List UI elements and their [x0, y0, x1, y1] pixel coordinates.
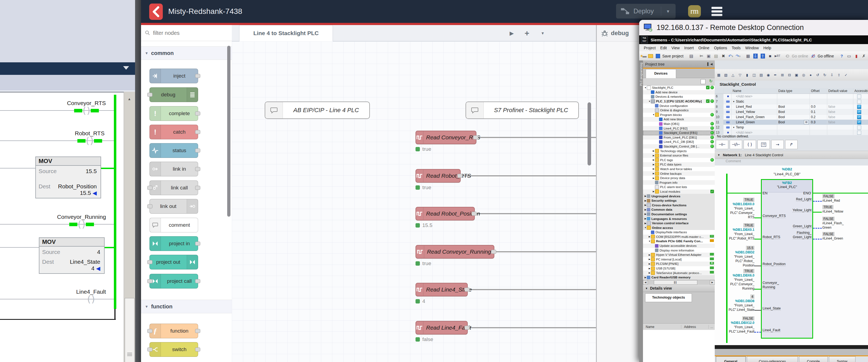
palette-node-status[interactable]: status — [150, 143, 198, 158]
palette-node-switch[interactable]: switch — [150, 342, 198, 357]
delete-icon[interactable]: ✖ — [720, 53, 727, 59]
expander-closed-icon[interactable]: ▶ — [652, 177, 655, 179]
tree-item-security-settings[interactable]: ▶Security settings — [643, 198, 715, 203]
cell-accessible[interactable]: ✓ — [853, 104, 868, 109]
play-icon[interactable]: ▶ — [506, 25, 517, 41]
cell-accessible[interactable]: ✓ — [853, 115, 868, 119]
expander-open-icon[interactable]: ▼ — [652, 113, 655, 116]
tree-item-main-ob1[interactable]: Main [OB1] — [643, 122, 715, 126]
compile-icon[interactable]: ▦ — [745, 53, 751, 59]
node-output-port[interactable] — [471, 212, 477, 216]
ladder-contact[interactable]: () — [87, 296, 95, 303]
column-header[interactable]: Default value — [827, 88, 853, 94]
tree-item-update-accessible-devices[interactable]: Update accessible devices — [643, 244, 715, 248]
scroll-up-icon[interactable]: ▲ — [125, 95, 133, 103]
tree-item-external-source-files[interactable]: ▶External source files — [643, 153, 715, 158]
expander-closed-icon[interactable]: ▶ — [648, 272, 651, 274]
checkbox-icon[interactable] — [857, 131, 861, 135]
menu-window[interactable]: Window — [745, 46, 759, 50]
redo-icon[interactable]: ↷± — [735, 53, 741, 59]
tab-cross-references[interactable]: Cross-references — [747, 356, 798, 362]
mov-instruction[interactable]: MOVSource15.5DestRobot_Position15.5 ◀ — [35, 157, 101, 198]
cell-name[interactable]: Line4_Flash_Green — [732, 115, 777, 119]
cell-data-type[interactable] — [777, 130, 810, 135]
node-output-port[interactable] — [473, 136, 478, 140]
tree-item-device-proxy-data[interactable]: ▶Device proxy data — [643, 176, 715, 180]
comment-node[interactable]: S7 Profinet - Stacklight PLC — [466, 102, 579, 119]
expander-closed-icon[interactable]: ▶ — [644, 222, 647, 225]
deploy-options-icon[interactable]: ▼ — [666, 9, 670, 13]
tree-item-plcsim-pn-ie[interactable]: ▶PLCSIM [PN/IE]✖ — [643, 261, 715, 266]
expander-closed-icon[interactable]: ▶ — [644, 208, 647, 211]
scrollbar-thumb[interactable] — [125, 298, 134, 362]
expander-closed-icon[interactable]: ▶ — [644, 199, 647, 202]
tree-item-display-more-information[interactable]: Display more information — [643, 248, 715, 253]
cell-default[interactable] — [827, 130, 853, 135]
cell-default[interactable]: false — [827, 109, 853, 114]
tree-horizontal-scrollbar[interactable]: ◀ ▌▌ ▶ — [643, 280, 715, 285]
ladder-scrollbar[interactable]: ▲ — [124, 92, 135, 362]
table-row[interactable]: 6<Add new> — [715, 94, 868, 99]
cell-name[interactable]: Line4_Green — [732, 120, 777, 124]
ladder-contact[interactable]: () — [78, 137, 102, 144]
node-output-port[interactable] — [457, 174, 463, 178]
monitor-on-icon[interactable]: ◎ — [801, 72, 807, 78]
flow-node-read[interactable]: Read Conveyor_Running — [415, 245, 494, 258]
tree-item-program-blocks[interactable]: ▼Program blocks — [643, 113, 715, 117]
flow-node-read[interactable]: Read Line4_State — [415, 283, 468, 297]
cell-accessible[interactable] — [853, 99, 868, 104]
coil-button[interactable]: ( ) — [744, 140, 756, 149]
tree-item-pc-internal-local[interactable]: ▶PC internal [Local] — [643, 257, 715, 262]
data-type-picker-icon[interactable]: ▤ — [804, 120, 809, 124]
tree-item-online-access[interactable]: ▼Online access — [643, 225, 715, 230]
column-header[interactable]: Accessible — [853, 88, 868, 94]
palette-node-link-call[interactable]: link call — [150, 180, 198, 195]
cell-name[interactable]: ▼Temp — [732, 125, 777, 130]
checkbox-checked-icon[interactable]: ✓ — [857, 105, 861, 109]
fb-call-block[interactable]: %FB2 "Line4_PLC" — [761, 179, 813, 339]
cell-data-type[interactable]: Bool — [777, 115, 810, 119]
rdp-titlebar[interactable]: 192.168.0.137 - Remote Desktop Connectio… — [639, 20, 868, 35]
collapse-all-icon[interactable]: ⊟ — [786, 72, 793, 78]
table-row[interactable]: 12▼Temp — [715, 125, 868, 130]
cell-name[interactable]: <Add new> — [732, 94, 777, 99]
tree-item-online-diagnostics[interactable]: Online & diagnostics — [643, 108, 715, 113]
checkbox-checked-icon[interactable]: ✓ — [857, 120, 861, 124]
empty-box-button[interactable]: ?? — [757, 140, 770, 149]
details-view-header[interactable]: ▼ Details view — [643, 285, 715, 292]
tree-item-line4-plc-fb2[interactable]: Line4_PLC [FB2] — [643, 126, 715, 131]
tree-item-plc-alarm-text-lists[interactable]: PLC alarm text lists — [643, 185, 715, 190]
tree-item-hyper-v-virtual-ethernet-adapter[interactable]: ▶Hyper-V Virtual Ethernet Adapter — [643, 253, 715, 257]
tab-line4-to-stacklight-plc[interactable]: Line 4 to Stacklight PLC — [239, 25, 333, 41]
table-row[interactable]: 8Line4_RedBool0.0false✓ — [715, 104, 868, 109]
table-row[interactable]: 10Line4_Flash_GreenBool0.2false✓ — [715, 115, 868, 120]
scrollbar-thumb[interactable]: ▌▌ — [654, 280, 698, 285]
checkbox-icon[interactable] — [857, 100, 861, 104]
flow-node-read[interactable]: Read Conveyor_RTS — [415, 131, 476, 144]
tree-item-device-configuration[interactable]: Device configuration — [643, 104, 715, 108]
column-header[interactable]: Data type — [777, 88, 810, 94]
delete-row-icon[interactable]: ▧ — [723, 72, 729, 78]
open-project-icon[interactable] — [647, 53, 654, 59]
load-values-icon[interactable]: ◉ — [765, 72, 771, 78]
tree-item-add-new-device[interactable]: Add new device — [643, 90, 715, 95]
node-output-port[interactable] — [491, 250, 496, 254]
tree-item-plc-tags[interactable]: ▶PLC tags — [643, 158, 715, 163]
no-contact-button[interactable]: ⊣⊢ — [716, 140, 728, 149]
tia-titlebar[interactable]: TIAV17 Siemens - C:\Users\richard\Docume… — [639, 35, 868, 44]
nc-contact-button[interactable]: ⊣/⊢ — [730, 140, 742, 149]
cell-default[interactable] — [827, 94, 853, 99]
tree-details-icon[interactable] — [701, 79, 706, 84]
ladder-contact[interactable]: () — [69, 221, 94, 228]
tree-item-plc-data-types[interactable]: ▶PLC data types — [643, 162, 715, 167]
palette-node-function[interactable]: ƒfunction — [150, 324, 198, 338]
menu-edit[interactable]: Edit — [660, 46, 667, 50]
palette-node-comment[interactable]: comment — [150, 218, 198, 232]
cell-accessible[interactable]: ✓ — [853, 109, 868, 114]
tab-compile[interactable]: Compile — [799, 356, 828, 362]
column-header[interactable]: Name — [732, 88, 777, 94]
upload-block-icon[interactable]: ⇧ — [836, 72, 842, 78]
cell-name[interactable]: Line4_Yellow — [732, 109, 777, 114]
download-icon[interactable]: ⇩ — [752, 53, 759, 59]
refresh-icon[interactable]: ↻ — [709, 79, 713, 84]
